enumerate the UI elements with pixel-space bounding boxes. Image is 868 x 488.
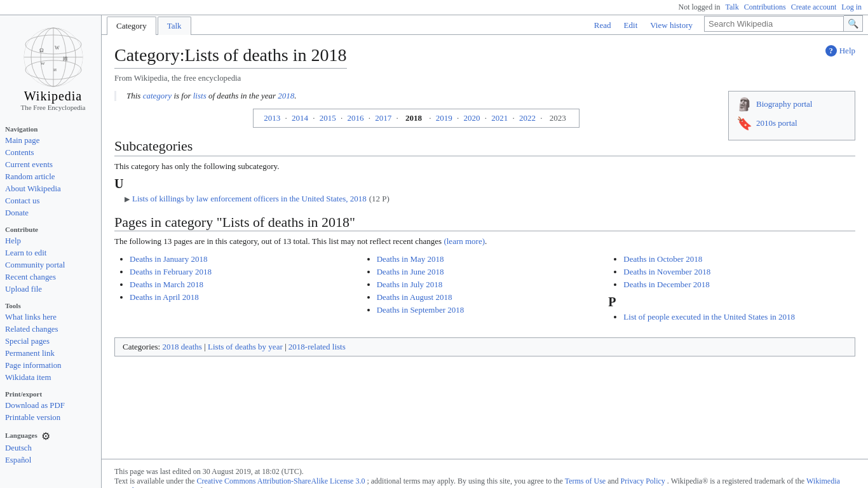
deaths-oct-link[interactable]: Deaths in October 2018 [623,254,702,264]
svg-text:維: 維 [62,56,68,62]
year-2019[interactable]: 2019 [436,113,452,123]
action-read[interactable]: Read [588,17,618,34]
sidebar-lang-deutsch[interactable]: Deutsch [5,442,101,454]
languages-section: Languages ⚙ [5,430,101,442]
sidebar-item-current-events[interactable]: Current events [5,159,101,171]
deaths-jan-link[interactable]: Deaths in January 2018 [130,254,207,264]
svg-text:W: W [41,61,45,66]
search-button[interactable]: 🔍 [844,15,863,32]
sidebar-item-contents[interactable]: Contents [5,147,101,159]
learn-more-link[interactable]: (learn more) [444,236,485,246]
category-link[interactable]: category [143,91,172,100]
pages-list-3: Deaths in October 2018 Deaths in Novembe… [608,254,845,290]
deaths-nov-link[interactable]: Deaths in November 2018 [623,267,710,276]
sidebar-item-contact-us[interactable]: Contact us [5,195,101,207]
deaths-dec-link[interactable]: Deaths in December 2018 [623,280,709,289]
sidebar-item-printable-version[interactable]: Printable version [5,412,101,424]
deaths-mar-link[interactable]: Deaths in March 2018 [130,280,203,289]
year-link[interactable]: 2018 [278,91,294,100]
deaths-jul-link[interactable]: Deaths in July 2018 [377,280,443,289]
create-account-link[interactable]: Create account [791,3,837,12]
year-2016[interactable]: 2016 [348,113,364,123]
year-2020[interactable]: 2020 [464,113,480,123]
deaths-apr-link[interactable]: Deaths in April 2018 [130,292,199,302]
list-item: Deaths in August 2018 [377,292,599,302]
sidebar-item-help[interactable]: Help [5,235,101,247]
sidebar: Ω W 維 W И Wikipedia The Free Encyclopedi… [0,15,102,488]
sidebar-item-what-links-here[interactable]: What links here [5,311,101,323]
tab-bar: Category Talk Read Edit View history 🔍 [102,15,868,35]
search-input[interactable] [704,16,844,32]
contribute-section: Contribute Help Learn to edit Community … [5,226,101,295]
year-2022[interactable]: 2022 [519,113,536,123]
lists-link[interactable]: lists [193,91,207,100]
main-layout: Ω W 維 W И Wikipedia The Free Encyclopedi… [0,15,868,488]
log-in-link[interactable]: Log in [841,3,862,12]
site-name: Wikipedia [24,89,83,104]
tab-category[interactable]: Category [107,17,156,35]
list-item: Deaths in October 2018 [623,254,845,264]
executed-list-link[interactable]: List of people executed in the United St… [623,312,795,322]
sidebar-item-donate[interactable]: Donate [5,207,101,219]
cat-2018-deaths[interactable]: 2018 deaths [162,342,201,351]
footer: This page was last edited on 30 August 2… [102,459,868,488]
year-nav: 2013 · 2014 · 2015 · 2016 · 2017 · 2018 … [114,109,718,128]
categories-label: Categories: [123,342,160,351]
year-2014[interactable]: 2014 [292,113,308,123]
2010s-portal-item: 🔖 2010s portal [736,116,847,131]
sidebar-item-related-changes[interactable]: Related changes [5,323,101,336]
deaths-jun-link[interactable]: Deaths in June 2018 [377,267,444,276]
deaths-feb-link[interactable]: Deaths in February 2018 [130,267,212,276]
print-section: Print/export Download as PDF Printable v… [5,390,101,424]
sidebar-item-learn-to-edit[interactable]: Learn to edit [5,247,101,259]
subcategory-info: This category has only the following sub… [114,161,855,172]
deaths-sep-link[interactable]: Deaths in September 2018 [377,305,465,315]
year-2013[interactable]: 2013 [264,113,280,123]
sidebar-lang-espanol[interactable]: Español [5,454,101,466]
sidebar-item-permanent-link[interactable]: Permanent link [5,348,101,360]
help-button[interactable]: ? Help [825,45,855,57]
footer-license: Text is available under the Creative Com… [114,477,855,488]
privacy-link[interactable]: Privacy Policy [621,477,665,485]
action-view-history[interactable]: View history [644,17,699,34]
action-edit[interactable]: Edit [618,17,644,34]
license-link[interactable]: Creative Commons Attribution-ShareAlike … [196,477,365,485]
content-wrap: Category Talk Read Edit View history 🔍 C… [102,15,868,488]
sidebar-item-about-wikipedia[interactable]: About Wikipedia [5,183,101,195]
svg-text:И: И [53,67,57,72]
subcategory-link[interactable]: Lists of killings by law enforcement off… [132,194,367,204]
sidebar-item-main-page[interactable]: Main page [5,135,101,147]
list-item: Deaths in February 2018 [130,267,351,277]
biography-portal-link[interactable]: Biography portal [756,99,812,109]
year-2017[interactable]: 2017 [375,113,391,123]
sidebar-item-random-article[interactable]: Random article [5,171,101,183]
sidebar-item-special-pages[interactable]: Special pages [5,336,101,348]
sidebar-item-community-portal[interactable]: Community portal [5,259,101,271]
2010s-portal-icon: 🔖 [736,116,752,131]
tab-talk[interactable]: Talk [158,17,191,35]
year-2015[interactable]: 2015 [320,113,336,123]
cat-lists-by-year[interactable]: Lists of deaths by year [208,342,283,351]
biography-portal-icon: 🗿 [736,97,752,112]
languages-header: Languages [5,431,37,439]
deaths-may-link[interactable]: Deaths in May 2018 [377,254,444,264]
from-wikipedia: From Wikipedia, the free encyclopedia [114,74,855,83]
tools-section: Tools What links here Related changes Sp… [5,302,101,384]
contributions-link[interactable]: Contributions [744,3,786,12]
deaths-aug-link[interactable]: Deaths in August 2018 [377,292,452,302]
languages-gear-icon[interactable]: ⚙ [41,430,50,442]
sidebar-item-page-information[interactable]: Page information [5,360,101,372]
year-2021[interactable]: 2021 [491,113,508,123]
sidebar-item-upload-file[interactable]: Upload file [5,283,101,295]
list-item: Deaths in September 2018 [377,305,599,315]
subcategory-letter: U [114,177,855,191]
sidebar-item-recent-changes[interactable]: Recent changes [5,271,101,283]
cat-2018-related[interactable]: 2018-related lists [288,342,346,351]
navigation-section: Navigation Main page Contents Current ev… [5,125,101,219]
talk-link[interactable]: Talk [726,3,739,12]
pages-list-1: Deaths in January 2018 Deaths in Februar… [114,254,351,302]
sidebar-item-download-pdf[interactable]: Download as PDF [5,400,101,412]
sidebar-item-wikidata-item[interactable]: Wikidata item [5,372,101,384]
terms-link[interactable]: Terms of Use [565,477,606,485]
2010s-portal-link[interactable]: 2010s portal [756,118,797,128]
